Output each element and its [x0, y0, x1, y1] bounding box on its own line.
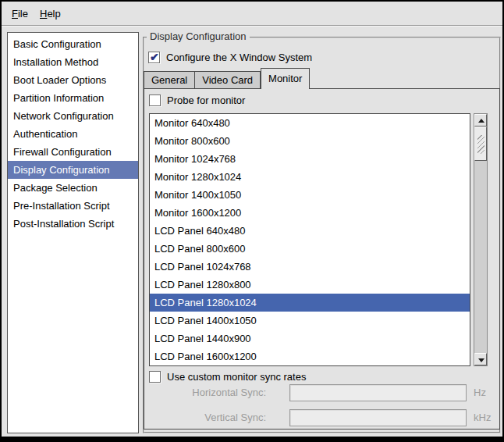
monitor-list-item[interactable]: LCD Panel 1440x900 — [150, 330, 470, 348]
sidebar-item-basic-configuration[interactable]: Basic Configuration — [8, 35, 138, 53]
custom-sync-checkbox[interactable]: Use custom monitor sync rates — [149, 369, 306, 383]
sidebar-item-network-configuration[interactable]: Network Configuration — [8, 107, 138, 125]
monitor-tab-panel: Probe for monitor Monitor 640x480 Monito… — [144, 88, 500, 430]
monitor-list-item[interactable]: LCD Panel 1600x1200 — [150, 348, 470, 365]
monitor-list-item[interactable]: LCD Panel 1400x1050 — [150, 312, 470, 330]
window-body: File Help Basic Configuration Installati… — [2, 2, 502, 437]
sidebar-item-firewall-configuration[interactable]: Firewall Configuration — [8, 143, 138, 161]
vertical-sync-input[interactable] — [289, 409, 467, 426]
sidebar-item-post-installation-script[interactable]: Post-Installation Script — [8, 215, 138, 233]
horizontal-sync-row: Horizontal Sync: Hz — [149, 384, 499, 401]
checkbox-icon[interactable] — [149, 371, 161, 383]
thumb-grip-icon — [477, 135, 484, 154]
scroll-down-button[interactable] — [474, 353, 487, 365]
horizontal-sync-unit: Hz — [474, 384, 486, 401]
monitor-list-item[interactable]: Monitor 640x480 — [150, 114, 470, 132]
sidebar-item-boot-loader-options[interactable]: Boot Loader Options — [8, 71, 138, 89]
monitor-list-item[interactable]: Monitor 1280x1024 — [150, 168, 470, 186]
app-window: File Help Basic Configuration Installati… — [0, 0, 504, 442]
menu-help[interactable]: Help — [36, 6, 65, 21]
monitor-list-item[interactable]: LCD Panel 1280x800 — [150, 276, 470, 294]
scroll-up-button[interactable] — [474, 114, 487, 127]
menu-file[interactable]: File — [8, 6, 32, 21]
menubar: File Help — [2, 2, 502, 25]
sidebar-item-pre-installation-script[interactable]: Pre-Installation Script — [8, 197, 138, 215]
menu-help-mnemonic: H — [40, 8, 47, 20]
vertical-sync-unit: kHz — [474, 409, 491, 426]
vertical-sync-row: Vertical Sync: kHz — [149, 409, 499, 426]
menubar-separator — [2, 25, 502, 27]
tab-monitor[interactable]: Monitor — [261, 68, 310, 89]
horizontal-sync-label: Horizontal Sync: — [149, 384, 266, 401]
tab-video-card[interactable]: Video Card — [195, 71, 261, 89]
monitor-list-item[interactable]: Monitor 800x600 — [150, 132, 470, 150]
menu-file-label: ile — [18, 8, 28, 20]
sidebar-nav: Basic Configuration Installation Method … — [7, 32, 139, 433]
tabbar: General Video Card Monitor — [144, 68, 310, 89]
monitor-list: Monitor 640x480 Monitor 800x600 Monitor … — [149, 113, 470, 366]
sidebar-item-package-selection[interactable]: Package Selection — [8, 179, 138, 197]
sidebar-item-partition-information[interactable]: Partition Information — [8, 89, 138, 107]
sidebar-item-installation-method[interactable]: Installation Method — [8, 53, 138, 71]
sidebar-item-display-configuration[interactable]: Display Configuration — [8, 161, 138, 179]
monitor-list-item[interactable]: LCD Panel 640x480 — [150, 222, 470, 240]
frame-title: Display Configuration — [147, 30, 250, 42]
checkbox-icon[interactable] — [149, 94, 161, 106]
custom-sync-label: Use custom monitor sync rates — [167, 371, 306, 383]
sidebar-item-authentication[interactable]: Authentication — [8, 125, 138, 143]
probe-monitor-label: Probe for monitor — [167, 94, 245, 106]
menu-file-mnemonic: F — [12, 8, 18, 20]
monitor-list-item[interactable]: Monitor 1400x1050 — [150, 186, 470, 204]
scrollbar-thumb[interactable] — [474, 127, 487, 161]
menu-help-label: elp — [47, 8, 60, 20]
arrow-up-icon — [478, 119, 484, 123]
monitor-list-item[interactable]: Monitor 1024x768 — [150, 150, 470, 168]
configure-x-checkbox[interactable]: Configure the X Window System — [148, 50, 312, 64]
checkbox-icon[interactable] — [148, 52, 160, 63]
monitor-list-scrollbar[interactable] — [474, 113, 488, 366]
horizontal-sync-input[interactable] — [289, 384, 467, 401]
arrow-down-icon — [478, 358, 484, 362]
configure-x-label: Configure the X Window System — [166, 52, 312, 63]
monitor-list-item[interactable]: Monitor 1600x1200 — [150, 204, 470, 222]
probe-monitor-checkbox[interactable]: Probe for monitor — [149, 93, 245, 107]
monitor-list-item-selected[interactable]: LCD Panel 1280x1024 — [150, 294, 470, 312]
vertical-sync-label: Vertical Sync: — [149, 409, 266, 426]
monitor-list-item[interactable]: LCD Panel 800x600 — [150, 240, 470, 258]
monitor-list-item[interactable]: LCD Panel 1024x768 — [150, 258, 470, 276]
tab-general[interactable]: General — [144, 71, 195, 89]
